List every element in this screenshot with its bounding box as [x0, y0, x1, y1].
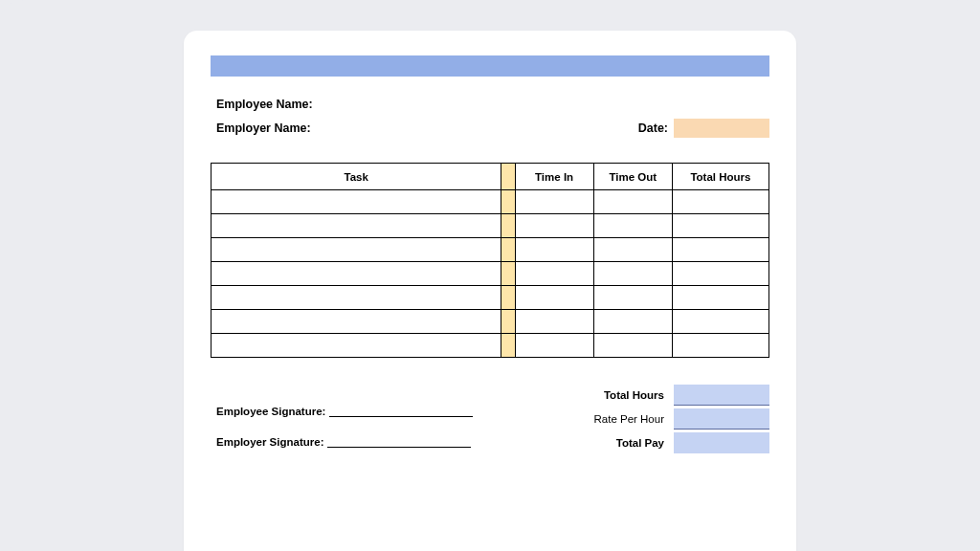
- cell-task[interactable]: [212, 286, 501, 310]
- cell-time-out[interactable]: [593, 286, 672, 310]
- header-time-out: Time Out: [593, 164, 672, 190]
- total-pay-row: Total Pay: [578, 432, 769, 453]
- employer-name-label: Employer Name:: [216, 121, 311, 135]
- total-hours-label: Total Hours: [578, 389, 664, 401]
- cell-total-hours[interactable]: [672, 214, 768, 238]
- table-row: [212, 262, 769, 286]
- employee-signature-label: Employee Signature:: [216, 406, 325, 417]
- table-row: [212, 334, 769, 358]
- cell-gap: [501, 310, 515, 334]
- cell-gap: [501, 286, 515, 310]
- employer-name-row: Employer Name: Date:: [211, 119, 769, 138]
- cell-total-hours[interactable]: [672, 190, 768, 214]
- cell-gap: [501, 214, 515, 238]
- header-gap: [501, 164, 515, 190]
- table-row: [212, 238, 769, 262]
- employee-name-label: Employee Name:: [216, 98, 313, 111]
- employer-signature-label: Employer Signature:: [216, 436, 323, 448]
- table-row: [212, 286, 769, 310]
- cell-time-out[interactable]: [593, 334, 672, 358]
- date-label: Date:: [638, 121, 668, 135]
- table-body: [212, 190, 769, 358]
- cell-gap: [501, 334, 515, 358]
- cell-task[interactable]: [212, 214, 501, 238]
- cell-time-in[interactable]: [515, 214, 593, 238]
- employer-signature-line[interactable]: [327, 434, 471, 448]
- employee-name-row: Employee Name:: [211, 98, 769, 111]
- cell-time-in[interactable]: [515, 262, 593, 286]
- cell-task[interactable]: [212, 238, 501, 262]
- cell-gap: [501, 238, 515, 262]
- cell-time-out[interactable]: [593, 262, 672, 286]
- cell-task[interactable]: [212, 262, 501, 286]
- cell-gap: [501, 190, 515, 214]
- table-header-row: Task Time In Time Out Total Hours: [212, 164, 769, 190]
- page-container: Employee Name: Employer Name: Date: Task…: [0, 0, 980, 551]
- cell-task[interactable]: [212, 190, 501, 214]
- cell-time-in[interactable]: [515, 286, 593, 310]
- total-pay-value[interactable]: [674, 432, 769, 453]
- rate-per-hour-row: Rate Per Hour: [578, 408, 769, 430]
- total-hours-value[interactable]: [674, 385, 769, 406]
- cell-time-out[interactable]: [593, 310, 672, 334]
- cell-gap: [501, 262, 515, 286]
- cell-time-out[interactable]: [593, 190, 672, 214]
- date-group: Date:: [638, 119, 769, 138]
- rate-per-hour-value[interactable]: [674, 408, 769, 430]
- header-bar: [211, 55, 769, 77]
- footer: Employee Signature: Employer Signature: …: [211, 385, 769, 453]
- signatures-section: Employee Signature: Employer Signature:: [211, 385, 473, 448]
- employee-signature-row: Employee Signature:: [216, 404, 473, 417]
- table-row: [212, 190, 769, 214]
- cell-total-hours[interactable]: [672, 286, 768, 310]
- employee-signature-line[interactable]: [329, 404, 473, 417]
- cell-time-out[interactable]: [593, 238, 672, 262]
- cell-time-in[interactable]: [515, 190, 593, 214]
- total-pay-label: Total Pay: [578, 437, 664, 449]
- cell-time-in[interactable]: [515, 334, 593, 358]
- timesheet-table: Task Time In Time Out Total Hours: [211, 163, 769, 358]
- cell-total-hours[interactable]: [672, 334, 768, 358]
- timesheet-document: Employee Name: Employer Name: Date: Task…: [184, 31, 796, 551]
- header-total-hours: Total Hours: [672, 164, 768, 190]
- total-hours-row: Total Hours: [578, 385, 769, 406]
- rate-per-hour-label: Rate Per Hour: [578, 413, 664, 425]
- cell-task[interactable]: [212, 310, 501, 334]
- table-row: [212, 214, 769, 238]
- cell-total-hours[interactable]: [672, 310, 768, 334]
- header-time-in: Time In: [515, 164, 593, 190]
- cell-time-out[interactable]: [593, 214, 672, 238]
- cell-total-hours[interactable]: [672, 238, 768, 262]
- date-input[interactable]: [674, 119, 769, 138]
- header-task: Task: [212, 164, 501, 190]
- cell-total-hours[interactable]: [672, 262, 768, 286]
- employer-signature-row: Employer Signature:: [216, 434, 473, 448]
- cell-time-in[interactable]: [515, 238, 593, 262]
- cell-task[interactable]: [212, 334, 501, 358]
- cell-time-in[interactable]: [515, 310, 593, 334]
- totals-section: Total Hours Rate Per Hour Total Pay: [578, 385, 769, 453]
- table-row: [212, 310, 769, 334]
